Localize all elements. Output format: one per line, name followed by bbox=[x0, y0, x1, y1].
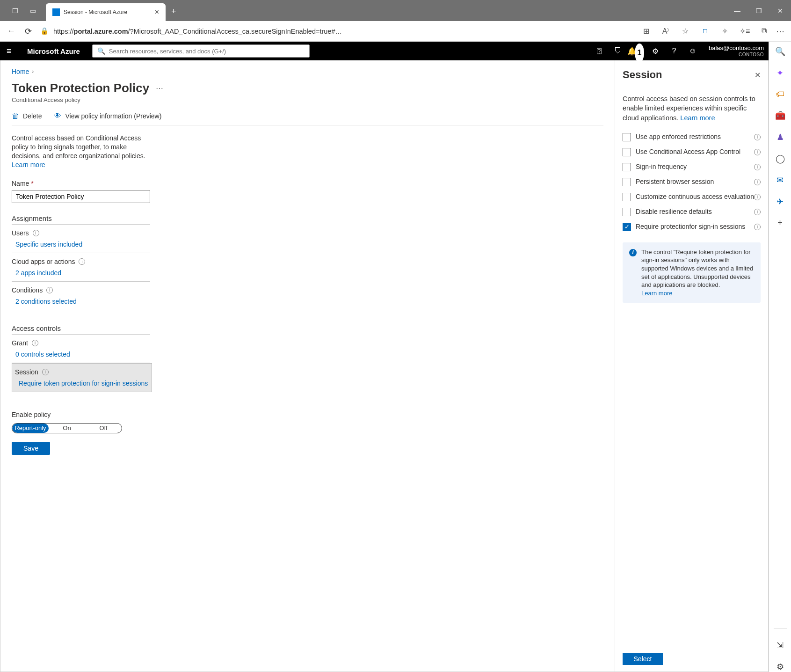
extensions-icon[interactable]: ✧ bbox=[720, 27, 729, 36]
browser-titlebar: ❐ ▭ Session - Microsoft Azure × + — ❐ ✕ bbox=[0, 0, 791, 21]
notifications-icon[interactable]: 🔔1 bbox=[627, 42, 646, 60]
read-aloud-icon[interactable]: A⁾ bbox=[661, 27, 670, 36]
azure-header: ≡ Microsoft Azure 🔍 ⍰ ⛉ 🔔1 ⚙ ? ☺ balas@c… bbox=[0, 42, 791, 60]
tab-title: Session - Microsoft Azure bbox=[64, 9, 151, 15]
settings-icon[interactable]: ⚙ bbox=[646, 42, 665, 60]
back-button[interactable]: ← bbox=[7, 26, 16, 36]
extension-icon-1[interactable]: ⩌ bbox=[700, 27, 710, 36]
app-available-icon[interactable]: ⊞ bbox=[641, 27, 651, 36]
search-input[interactable] bbox=[109, 48, 305, 55]
maximize-button[interactable]: ❐ bbox=[748, 0, 769, 21]
browser-tab[interactable]: Session - Microsoft Azure × bbox=[46, 3, 166, 21]
new-tab-button[interactable]: + bbox=[171, 7, 176, 16]
help-icon[interactable]: ? bbox=[665, 42, 683, 60]
azure-logo[interactable]: Microsoft Azure bbox=[27, 47, 80, 55]
account-menu[interactable]: balas@contoso.com CONTOSO bbox=[705, 44, 768, 58]
browser-menu-button[interactable]: ⋯ bbox=[776, 26, 784, 37]
menu-button[interactable]: ≡ bbox=[7, 46, 19, 56]
azure-search[interactable]: 🔍 bbox=[92, 44, 310, 58]
close-tab-icon[interactable]: × bbox=[155, 8, 159, 16]
feedback-icon[interactable]: ☺ bbox=[683, 42, 702, 60]
browser-address-bar: ← ⟳ 🔒 https://portal.azure.com/?Microsof… bbox=[0, 21, 791, 42]
workspaces-icon[interactable]: ❐ bbox=[10, 6, 20, 15]
collections-icon[interactable]: ⧉ bbox=[759, 27, 769, 36]
favorites-bar-icon[interactable]: ✧≡ bbox=[740, 27, 749, 36]
directories-icon[interactable]: ⛉ bbox=[609, 42, 627, 60]
close-window-button[interactable]: ✕ bbox=[769, 0, 791, 21]
search-icon: 🔍 bbox=[97, 47, 105, 55]
azure-icon bbox=[52, 8, 60, 16]
minimize-button[interactable]: — bbox=[726, 0, 748, 21]
cloud-shell-icon[interactable]: ⍰ bbox=[590, 42, 609, 60]
edge-sidebar: 🔍 ✦ 🏷 🧰 ♟ ◯ ✉ ✈ + ⇲ ⚙ bbox=[769, 42, 791, 60]
url-box[interactable]: 🔒 https://portal.azure.com/?Microsoft_AA… bbox=[40, 27, 634, 35]
refresh-button[interactable]: ⟳ bbox=[23, 26, 33, 37]
tab-actions-icon[interactable]: ▭ bbox=[28, 6, 37, 15]
edge-search-icon[interactable]: 🔍 bbox=[775, 46, 785, 57]
favorite-icon[interactable]: ☆ bbox=[681, 27, 690, 36]
lock-icon: 🔒 bbox=[40, 27, 49, 35]
